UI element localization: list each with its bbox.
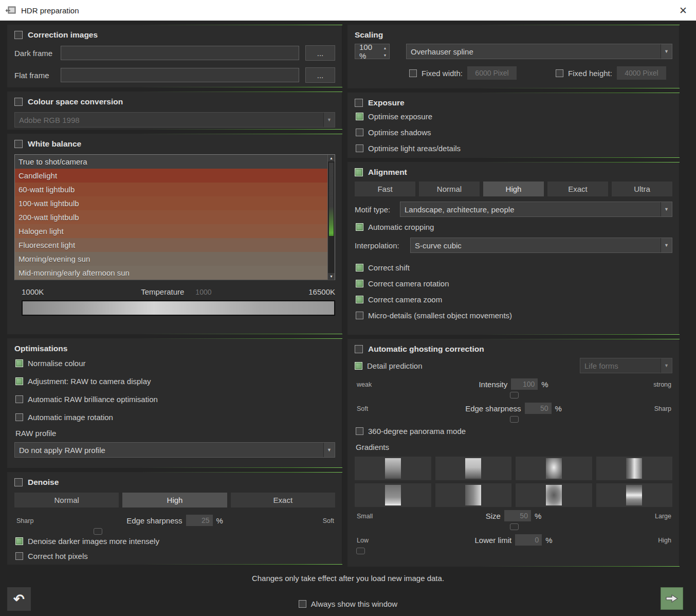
denoise-mode-normal-button[interactable]: Normal [14, 493, 119, 508]
colour-space-dropdown[interactable]: Adobe RGB 1998 ▼ [14, 112, 335, 128]
denoise-mode-exact-button[interactable]: Exact [231, 493, 335, 508]
scaling-method-dropdown[interactable]: Overhauser spline ▼ [406, 44, 672, 59]
ghosting-checkbox[interactable] [355, 345, 363, 353]
undo-button[interactable]: ↶ [7, 587, 31, 611]
slider-handle[interactable] [356, 548, 365, 554]
chevron-down-icon: ▼ [661, 238, 672, 252]
fixed-width-checkbox[interactable] [409, 69, 417, 77]
temperature-slider[interactable] [22, 300, 335, 316]
automatic-cropping-checkbox[interactable] [356, 223, 363, 231]
fixed-height-field[interactable]: 4000 Pixel [617, 66, 666, 80]
fixed-height-checkbox[interactable] [556, 69, 563, 77]
list-item[interactable]: 200-watt lightbulb [15, 210, 328, 224]
gradient-tile-linear-top-soft[interactable] [435, 457, 512, 480]
optimise-exposure-checkbox[interactable] [356, 113, 363, 120]
title-bar: HDR preparation ✕ [0, 0, 696, 21]
colour-space-checkbox[interactable] [14, 98, 23, 106]
motif-type-dropdown[interactable]: Landscape, architecture, people ▼ [400, 202, 672, 217]
intensity-value[interactable]: 100 [511, 378, 538, 390]
list-item[interactable]: Morning/evening sun [15, 252, 328, 266]
alignment-high-button[interactable]: High [483, 182, 544, 196]
detail-prediction-checkbox[interactable] [355, 362, 362, 370]
list-item[interactable]: Halogen light [15, 224, 328, 238]
close-icon[interactable]: ✕ [673, 1, 693, 20]
white-balance-checkbox[interactable] [14, 140, 23, 148]
exposure-checkbox[interactable] [355, 99, 363, 107]
scrollbar[interactable]: ▲ ▼ [327, 155, 335, 280]
lower-limit-value[interactable]: 0 [515, 534, 542, 546]
fixed-width-field[interactable]: 6000 Pixel [467, 66, 517, 80]
denoise-checkbox[interactable] [14, 478, 23, 486]
interpolation-dropdown[interactable]: S-curve cubic ▼ [410, 238, 672, 253]
denoise-darker-checkbox[interactable] [15, 537, 23, 545]
scale-percent-spinner[interactable]: 100 % ▲ ▼ [355, 44, 390, 59]
dark-frame-browse-button[interactable]: ... [305, 45, 335, 61]
image-rotation-checkbox[interactable] [15, 413, 23, 421]
slider-handle[interactable] [510, 392, 519, 398]
checkbox-label: Automatic cropping [368, 223, 434, 231]
ghost-edge-sharpness-value[interactable]: 50 [525, 403, 552, 414]
gradient-tile-linear-top[interactable] [355, 457, 431, 480]
list-item[interactable]: True to shot/camera [15, 155, 328, 169]
correction-images-title: Correction images [28, 30, 98, 40]
scroll-down-icon[interactable]: ▼ [328, 273, 335, 280]
raw-to-camera-checkbox[interactable] [15, 377, 23, 385]
size-value[interactable]: 50 [504, 510, 531, 521]
raw-profile-dropdown[interactable]: Do not apply RAW profile ▼ [14, 442, 335, 458]
raw-brilliance-checkbox[interactable] [15, 395, 23, 403]
denoise-edge-sharpness-slider: Sharp Soft Edge sharpness 25 % [14, 513, 335, 537]
flat-frame-input[interactable] [61, 68, 299, 82]
optimise-light-areas-checkbox[interactable] [356, 144, 363, 152]
gradient-tile-radial-center[interactable] [516, 457, 592, 480]
chevron-down-icon: ▼ [661, 202, 672, 216]
alignment-checkbox[interactable] [355, 168, 363, 176]
gradient-linear-right-icon [465, 485, 481, 505]
correct-shift-checkbox[interactable] [356, 264, 363, 271]
slider-handle[interactable] [510, 523, 519, 530]
list-item[interactable]: 60-watt lightbulb [15, 183, 328, 196]
denoise-mode-high-button[interactable]: High [122, 493, 227, 508]
chevron-down-icon: ▼ [323, 443, 335, 457]
gradient-tile-linear-right[interactable] [435, 483, 512, 507]
scrollbar-thumb[interactable] [328, 162, 334, 237]
slider-handle[interactable] [94, 528, 102, 535]
checkbox-label: Detail prediction [367, 361, 423, 370]
list-item[interactable]: 100-watt lightbulb [15, 196, 328, 210]
dark-frame-input[interactable] [61, 46, 299, 60]
raw-profile-label: RAW profile [15, 429, 335, 438]
spinner-down-icon[interactable]: ▼ [381, 51, 389, 59]
detail-mode-dropdown[interactable]: Life forms ▼ [580, 358, 672, 373]
optimise-shadows-checkbox[interactable] [356, 129, 363, 136]
slider-label: Edge sharpness [465, 404, 521, 413]
alignment-normal-button[interactable]: Normal [419, 182, 480, 196]
colour-space-value: Adobe RGB 1998 [19, 116, 80, 124]
slider-unit: % [545, 536, 552, 545]
temperature-value: 1000 [195, 288, 211, 296]
list-item[interactable]: Fluorescent light [15, 238, 328, 252]
micro-details-checkbox[interactable] [356, 312, 363, 319]
gradient-tile-radial-inverse[interactable] [516, 483, 592, 507]
edge-sharpness-value[interactable]: 25 [186, 515, 213, 526]
always-show-checkbox[interactable] [299, 600, 306, 608]
gradient-tile-linear-bottom[interactable] [355, 483, 431, 507]
hot-pixels-checkbox[interactable] [15, 552, 23, 560]
scroll-up-icon[interactable]: ▲ [328, 155, 335, 161]
correct-camera-zoom-checkbox[interactable] [356, 296, 363, 303]
correct-camera-rotation-checkbox[interactable] [356, 280, 363, 287]
continue-button[interactable] [661, 587, 683, 610]
list-item[interactable]: Candlelight [15, 169, 328, 183]
panorama-mode-checkbox[interactable] [356, 427, 363, 435]
alignment-exact-button[interactable]: Exact [547, 182, 608, 196]
flat-frame-browse-button[interactable]: ... [305, 67, 335, 83]
alignment-ultra-button[interactable]: Ultra [612, 182, 672, 196]
spinner-up-icon[interactable]: ▲ [381, 44, 389, 51]
checkbox-label: Automatic RAW brilliance optimisation [28, 395, 158, 404]
checkbox-label: Automatic image rotation [28, 413, 113, 422]
list-item[interactable]: Mid-morning/early afternoon sun [15, 266, 328, 280]
gradient-tile-vertical-band[interactable] [596, 457, 673, 480]
gradient-tile-horizontal-band[interactable] [596, 483, 673, 507]
alignment-fast-button[interactable]: Fast [355, 182, 415, 196]
normalise-colour-checkbox[interactable] [15, 359, 23, 367]
correction-images-checkbox[interactable] [14, 31, 23, 39]
slider-handle[interactable] [510, 416, 519, 423]
